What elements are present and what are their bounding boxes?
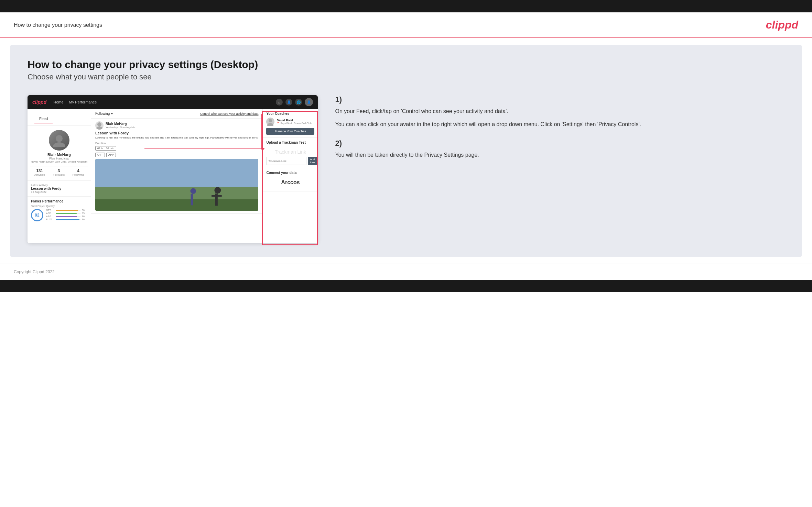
page-title: How to change your privacy settings (Des… — [28, 59, 784, 70]
trackman-section: Upload a Trackman Test Trackman Link Add… — [263, 138, 318, 168]
person-icon[interactable]: 👤 — [285, 99, 292, 106]
latest-label: Latest Activity — [31, 184, 87, 187]
tag-duration-value: 01 hr : 30 min — [95, 146, 116, 151]
manage-coaches-button[interactable]: Manage Your Coaches — [266, 128, 314, 135]
profile-avatar — [49, 130, 69, 151]
svg-point-3 — [96, 126, 103, 130]
feed-post: Blair McHarg Yesterday · Sunningdale Les… — [91, 119, 262, 214]
add-link-button[interactable]: Add Link — [308, 157, 317, 165]
app-navbar: clippd Home My Performance ⌕ 👤 🌐 👤 — [28, 95, 318, 109]
control-privacy-link[interactable]: Control who can see your activity and da… — [200, 112, 259, 115]
stat-following: 4 Following — [73, 168, 84, 176]
coach-item: David Ford 📍 Royal North Devon Golf Club — [266, 118, 314, 126]
instructions-panel: 1) On your Feed, click/tap on 'Control w… — [332, 95, 784, 170]
svg-rect-7 — [95, 159, 258, 187]
svg-point-13 — [269, 119, 272, 122]
step2-text: You will then be taken directly to the P… — [335, 151, 781, 159]
coach-name: David Ford — [277, 119, 311, 122]
trackman-link-placeholder: Trackman Link — [266, 146, 314, 157]
bar-arg-val: 86 — [82, 215, 87, 218]
post-meta: Yesterday · Sunningdale — [106, 126, 135, 129]
red-arrow-head — [262, 147, 265, 151]
search-icon[interactable]: ⌕ — [276, 99, 283, 106]
nav-item-performance[interactable]: My Performance — [69, 100, 97, 104]
bar-app: APP 85 — [46, 212, 87, 214]
copyright: Copyright Clippd 2022 — [14, 269, 55, 274]
instruction-step2: 2) You will then be taken directly to th… — [335, 139, 781, 159]
red-horizontal-line — [144, 148, 262, 149]
step1-text: On your Feed, click/tap on 'Control who … — [335, 107, 781, 129]
app-screenshot-container: clippd Home My Performance ⌕ 👤 🌐 👤 — [28, 95, 318, 243]
followers-label: Followers — [53, 173, 65, 176]
logo: clippd — [766, 19, 798, 31]
tag-ott: OTT — [95, 153, 105, 157]
user-avatar-icon[interactable]: 👤 — [305, 98, 313, 106]
bar-app-label: APP — [46, 212, 54, 214]
bar-app-val: 85 — [82, 212, 87, 214]
activities-label: Activities — [34, 173, 45, 176]
coach-info: David Ford 📍 Royal North Devon Golf Club — [277, 119, 311, 125]
app-logo: clippd — [32, 99, 46, 105]
bar-putt-track — [56, 219, 80, 220]
post-title: Lesson with Fordy — [95, 131, 258, 135]
arccos-logo: Arccos — [266, 177, 314, 188]
red-vertical-line — [261, 114, 262, 150]
profile-handicap: Plus Handicap — [49, 157, 69, 160]
perf-bars: OTT 90 APP 85 — [46, 209, 87, 221]
svg-rect-12 — [191, 194, 193, 205]
bar-arg-fill — [56, 216, 77, 217]
following-label: Following — [73, 173, 84, 176]
bar-arg-label: ARG — [46, 215, 54, 218]
performance-title: Player Performance — [31, 199, 87, 203]
svg-point-8 — [214, 187, 221, 194]
bar-ott-fill — [56, 210, 78, 211]
footer: Copyright Clippd 2022 — [0, 264, 812, 280]
app-right-panel: Your Coaches David Ford — [263, 109, 318, 243]
bar-putt-val: 96 — [82, 218, 87, 221]
step1-num: 1) — [335, 95, 781, 104]
bottom-bar — [0, 280, 812, 292]
connect-title: Connect your data — [266, 171, 314, 175]
app-sidebar: Feed Blair McHar — [28, 109, 91, 243]
connect-section: Connect your data Arccos — [263, 168, 318, 191]
following-label: Following — [95, 112, 110, 115]
profile-stats: 131 Activities 3 Followers 4 Following — [30, 166, 88, 176]
perf-content: 92 OTT 90 APP — [31, 209, 87, 221]
step1-para2: You can also click on your avatar in the… — [335, 120, 781, 129]
svg-rect-6 — [95, 187, 258, 199]
post-user-row: Blair McHarg Yesterday · Sunningdale — [95, 121, 258, 130]
trackman-input-row: Add Link — [266, 157, 314, 165]
activities-count: 131 — [34, 168, 45, 173]
nav-item-home[interactable]: Home — [53, 100, 63, 104]
latest-activity: Latest Activity Lesson with Fordy 03 Aug… — [28, 181, 91, 197]
feed-tab[interactable]: Feed — [34, 114, 53, 123]
followers-count: 3 — [53, 168, 65, 173]
latest-activity-name: Lesson with Fordy — [31, 187, 87, 190]
globe-icon[interactable]: 🌐 — [295, 99, 302, 106]
post-duration: Duration — [95, 142, 258, 145]
step1-para1: On your Feed, click/tap on 'Control who … — [335, 107, 781, 116]
trackman-input[interactable] — [266, 157, 306, 165]
bar-putt: PUTT 96 — [46, 218, 87, 221]
bar-app-fill — [56, 213, 77, 214]
coach-club-name: Royal North Devon Golf Club — [280, 122, 311, 124]
bar-ott-val: 90 — [82, 209, 87, 211]
top-bar — [0, 0, 812, 12]
sidebar-profile: Blair McHarg Plus Handicap Royal North D… — [28, 126, 91, 181]
svg-point-14 — [267, 123, 273, 126]
page-subtitle: Choose what you want people to see — [28, 73, 784, 81]
coach-club: 📍 Royal North Devon Golf Club — [277, 122, 311, 125]
instruction-step1: 1) On your Feed, click/tap on 'Control w… — [335, 95, 781, 129]
following-button[interactable]: Following ▾ — [95, 112, 113, 115]
post-user-info: Blair McHarg Yesterday · Sunningdale — [106, 122, 135, 129]
header-title: How to change your privacy settings — [14, 22, 102, 28]
coach-avatar — [266, 118, 274, 126]
quality-label: Total Player Quality — [31, 205, 87, 208]
bar-arg-track — [56, 216, 80, 217]
coaches-section: Your Coaches David Ford — [263, 109, 318, 138]
app-screenshot: clippd Home My Performance ⌕ 👤 🌐 👤 — [28, 95, 318, 243]
stat-activities: 131 Activities — [34, 168, 45, 176]
app-nav-items: Home My Performance — [53, 100, 269, 104]
post-body: Looking to feel like my hands are exitin… — [95, 136, 258, 140]
post-username: Blair McHarg — [106, 122, 135, 126]
